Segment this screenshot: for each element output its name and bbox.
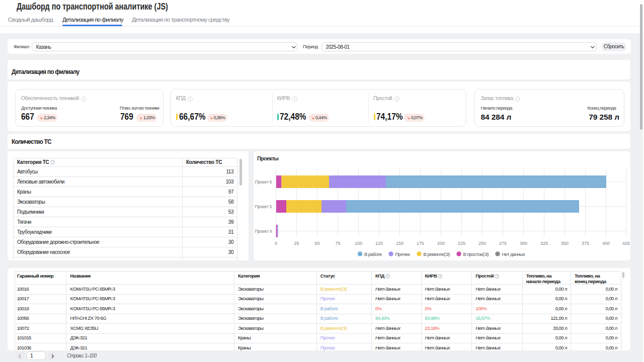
svg-text:0: 0 (275, 241, 277, 246)
svg-text:75: 75 (335, 241, 340, 246)
svg-text:350: 350 (561, 241, 569, 246)
svg-text:175: 175 (417, 241, 424, 246)
svg-text:325: 325 (540, 241, 548, 246)
svg-text:250: 250 (478, 241, 486, 246)
svg-text:200: 200 (437, 241, 445, 246)
svg-text:Проект 4: Проект 4 (255, 229, 272, 234)
svg-text:300: 300 (520, 241, 527, 246)
svg-text:25: 25 (294, 241, 299, 246)
svg-text:Нет данных: Нет данных (502, 251, 526, 257)
svg-text:150: 150 (396, 241, 404, 246)
svg-text:Проект 5: Проект 5 (255, 204, 272, 209)
svg-text:50: 50 (314, 241, 319, 246)
svg-text:400: 400 (602, 241, 610, 246)
svg-text:225: 225 (458, 241, 465, 246)
svg-text:125: 125 (375, 241, 383, 246)
svg-text:В ремонте(Э): В ремонте(Э) (424, 251, 450, 257)
svg-text:В простое(Э): В простое(Э) (463, 251, 489, 257)
svg-text:Прочее: Прочее (395, 251, 410, 257)
svg-text:275: 275 (499, 241, 507, 246)
svg-text:100: 100 (355, 241, 362, 246)
svg-text:375: 375 (582, 241, 589, 246)
svg-text:В работе: В работе (364, 251, 382, 257)
svg-text:Проект 6: Проект 6 (255, 179, 272, 185)
svg-text:425: 425 (622, 241, 630, 246)
